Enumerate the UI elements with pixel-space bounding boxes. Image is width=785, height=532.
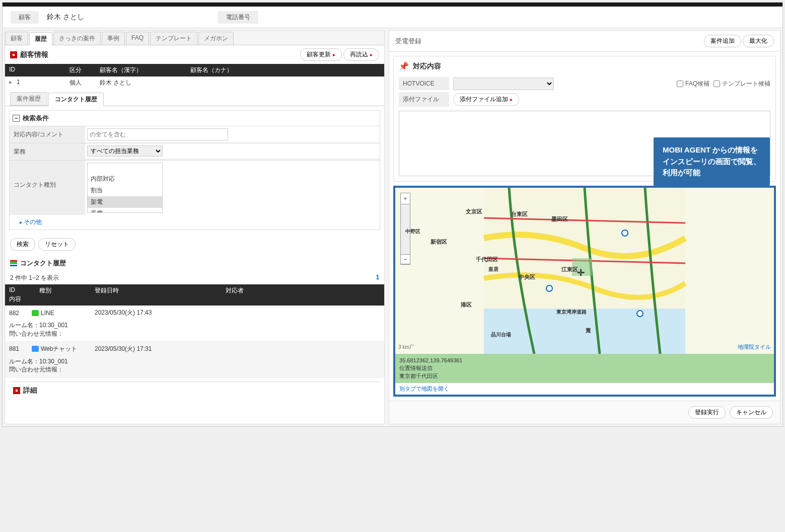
webchat-icon bbox=[32, 346, 39, 352]
map-svg bbox=[395, 188, 774, 354]
chevron-right-icon: ▸ bbox=[370, 52, 373, 57]
left-tabs: 顧客 履歴 さっきの案件 事例 FAQ テンプレート メガホン bbox=[5, 31, 384, 45]
list-item[interactable]: 割当 bbox=[88, 185, 162, 196]
search-actions: 検索 リセット bbox=[5, 234, 384, 255]
cancel-button[interactable]: キャンセル bbox=[730, 406, 773, 419]
ward-label: 皇居 bbox=[488, 266, 498, 273]
ward-label: 新宿区 bbox=[431, 238, 447, 246]
hist-source: 問い合わせ元情報： bbox=[9, 330, 380, 338]
add-attachment-button[interactable]: 添付ファイル追加▸ bbox=[453, 93, 519, 106]
svg-point-4 bbox=[546, 285, 552, 291]
content-input[interactable] bbox=[87, 128, 228, 140]
tab-customer[interactable]: 顧客 bbox=[5, 32, 28, 45]
hcol-content: 内容 bbox=[9, 295, 380, 303]
reset-button[interactable]: リセット bbox=[38, 238, 76, 251]
pager: 2 件中 1−2 を表示 1 bbox=[5, 272, 384, 284]
faq-checkbox[interactable] bbox=[677, 81, 683, 87]
history-title: コンタクト履歴 bbox=[20, 259, 66, 268]
maximize-button[interactable]: 最大化 bbox=[743, 35, 774, 47]
detail-title: 詳細 bbox=[23, 386, 37, 395]
zoom-in-button[interactable]: ＋ bbox=[401, 193, 410, 204]
list-item[interactable]: 内部対応 bbox=[88, 173, 162, 185]
tab-faq[interactable]: FAQ bbox=[126, 32, 149, 45]
main-layout: 顧客 履歴 さっきの案件 事例 FAQ テンプレート メガホン 顧客情報 顧客更… bbox=[3, 28, 782, 426]
cell-id: 1 bbox=[17, 79, 69, 87]
contact-type-listbox[interactable]: 内部対応 割当 架電 受電 bbox=[87, 163, 163, 213]
map-container: ＋ − ✛ 文京区 台東区 墨田区 新宿区 千代田区 皇居 中央区 江東区 bbox=[393, 186, 776, 397]
ward-label: 江東区 bbox=[561, 266, 578, 273]
ward-label: 文京区 bbox=[466, 208, 482, 215]
line-icon bbox=[32, 310, 39, 316]
map-canvas[interactable]: ＋ − ✛ 文京区 台東区 墨田区 新宿区 千代田区 皇居 中央区 江東区 bbox=[395, 188, 774, 354]
grid-icon bbox=[10, 51, 17, 58]
history-row[interactable]: 881 Webチャット 2023/05/30(火) 17:31 ルーム名：10:… bbox=[5, 342, 384, 378]
hotvoice-select[interactable] bbox=[453, 78, 554, 90]
pager-page[interactable]: 1 bbox=[376, 274, 379, 282]
ward-label: 台東区 bbox=[511, 210, 528, 218]
hist-id: 882 bbox=[9, 310, 32, 317]
open-map-tab-link[interactable]: 別タブで地図を開く bbox=[395, 383, 774, 395]
hist-room: ルーム名：10:30_001 bbox=[9, 357, 380, 366]
phone-label: 電話番号 bbox=[218, 11, 258, 24]
other-conditions-link[interactable]: その他 bbox=[10, 215, 380, 230]
map-info-bar: 35.6812362,139.7649361 位置情報送信 東京都千代田区 bbox=[395, 354, 774, 383]
svg-point-3 bbox=[622, 230, 628, 236]
template-checkbox-label[interactable]: テンプレート候補 bbox=[713, 80, 770, 88]
reload-button[interactable]: 再読込▸ bbox=[343, 48, 379, 61]
search-title: 検索条件 bbox=[23, 114, 49, 123]
map-address: 東京都千代田区 bbox=[399, 372, 770, 380]
ward-label: 東京湾岸道路 bbox=[556, 309, 587, 316]
cell-kanji: 鈴木 さとし bbox=[100, 79, 190, 87]
tab-megaphone[interactable]: メガホン bbox=[198, 32, 234, 45]
register-button[interactable]: 登録実行 bbox=[688, 406, 726, 419]
customer-name-value: 鈴木 さとし bbox=[43, 11, 214, 24]
info-callout: MOBI AGENT からの情報を インスピーリの画面で閲覧、 利用が可能 bbox=[654, 137, 770, 186]
map-coords: 35.6812362,139.7649361 bbox=[399, 357, 770, 364]
ward-label: 品川台場 bbox=[491, 331, 511, 338]
business-label: 業務 bbox=[10, 143, 85, 160]
customer-table-row[interactable]: ▸ 1 個人 鈴木 さとし bbox=[5, 77, 384, 89]
ward-label: 中央区 bbox=[519, 273, 535, 281]
subtab-case-history[interactable]: 案件履歴 bbox=[10, 92, 47, 106]
tab-case-study[interactable]: 事例 bbox=[102, 32, 125, 45]
right-title: 受電登録 bbox=[395, 37, 421, 46]
content-label: 対応内容/コメント bbox=[10, 126, 85, 143]
search-form: 対応内容/コメント 業務 すべての担当業務 コンタクト種別 内部対応 bbox=[10, 126, 380, 230]
tab-template[interactable]: テンプレート bbox=[150, 32, 197, 45]
chevron-right-icon: ▸ bbox=[510, 97, 513, 102]
zoom-out-button[interactable]: − bbox=[401, 255, 410, 264]
business-select[interactable]: すべての担当業務 bbox=[87, 145, 163, 157]
history-row[interactable]: 882 LINE 2023/05/30(火) 17:43 ルーム名：10:30_… bbox=[5, 306, 384, 342]
detail-section: 詳細 bbox=[9, 382, 380, 399]
customer-update-button[interactable]: 顧客更新▸ bbox=[300, 48, 342, 61]
hcol-datetime: 登録日時 bbox=[95, 286, 226, 295]
collapse-toggle-icon: − bbox=[13, 115, 20, 122]
search-conditions-header[interactable]: − 検索条件 bbox=[10, 111, 380, 126]
tab-recent-case[interactable]: さっきの案件 bbox=[53, 32, 101, 45]
row-marker-icon: ▸ bbox=[9, 79, 17, 87]
right-panel: 受電登録 案件追加 最大化 📌 対応内容 HOTVOICE bbox=[389, 30, 780, 424]
contact-history-header: コンタクト履歴 bbox=[5, 255, 384, 272]
add-case-button[interactable]: 案件追加 bbox=[704, 35, 741, 47]
attachment-label: 添付ファイル bbox=[399, 92, 449, 107]
search-button[interactable]: 検索 bbox=[10, 238, 35, 251]
subtab-contact-history[interactable]: コンタクト履歴 bbox=[48, 93, 104, 106]
map-tile-link[interactable]: 地理院タイル bbox=[738, 343, 771, 351]
hcol-agent: 対応者 bbox=[226, 286, 380, 295]
list-item[interactable]: 架電 bbox=[88, 196, 162, 208]
customer-label: 顧客 bbox=[11, 11, 39, 24]
col-kubun: 区分 bbox=[69, 66, 100, 74]
map-scale: 3 km厂 bbox=[398, 344, 414, 351]
footer-actions: 登録実行 キャンセル bbox=[389, 401, 780, 424]
hist-datetime: 2023/05/30(火) 17:43 bbox=[95, 309, 380, 317]
response-title: 対応内容 bbox=[413, 62, 441, 71]
customer-table-header: ID 区分 顧客名（漢字） 顧客名（カナ） bbox=[5, 64, 384, 77]
faq-checkbox-label[interactable]: FAQ候補 bbox=[677, 80, 709, 88]
right-content: 📌 対応内容 HOTVOICE FAQ候補 テンプレート候補 添付ファイル 添付… bbox=[389, 52, 780, 401]
tab-history[interactable]: 履歴 bbox=[29, 32, 52, 45]
hcol-type: 種別 bbox=[39, 286, 95, 295]
template-checkbox[interactable] bbox=[713, 81, 720, 87]
ward-label: 墨田区 bbox=[551, 215, 568, 223]
search-conditions-box: − 検索条件 対応内容/コメント 業務 すべての担当業務 コンタクト種別 bbox=[9, 110, 380, 230]
list-item[interactable]: 受電 bbox=[88, 208, 162, 213]
